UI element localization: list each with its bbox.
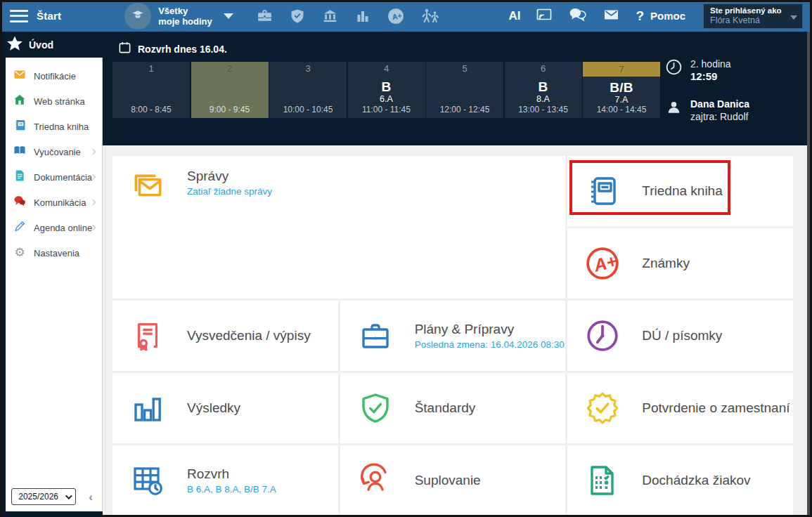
chevron-down-icon — [65, 492, 72, 499]
graduation-cap-icon — [131, 8, 145, 25]
tile-standards[interactable]: Štandardy — [340, 373, 566, 443]
timetable-grid-clock-icon — [129, 462, 166, 499]
svg-text:A+: A+ — [391, 11, 402, 20]
sidebar-item-website[interactable]: Web stránka — [6, 89, 102, 114]
lesson-cell-2-current[interactable]: 2 9:00 - 9:45 — [191, 62, 269, 118]
tile-results[interactable]: Výsledky — [112, 373, 338, 443]
user-name: Flóra Kvetná — [710, 15, 790, 25]
star-icon — [6, 35, 23, 55]
results-bars-icon[interactable] — [354, 8, 371, 25]
certificate-icon — [129, 318, 166, 354]
briefcase-icon — [357, 318, 394, 354]
messages-icon — [129, 169, 166, 205]
duty-teacher-status: Dana Danica zajtra: Rudolf — [665, 98, 812, 123]
tile-homework[interactable]: DÚ / písomky — [567, 301, 793, 371]
plans-last-change-link[interactable]: Posledná zmena: 16.04.2026 08:30 — [415, 339, 565, 350]
chevron-right-icon — [90, 149, 96, 155]
chat-bubbles-icon — [13, 195, 26, 210]
pen-icon — [13, 220, 26, 235]
help-button[interactable]: Pomoc — [650, 10, 685, 22]
chevron-down-icon[interactable] — [224, 13, 233, 19]
house-icon — [13, 93, 26, 109]
sidebar: Úvod Notifikácie Web stránka Triedna kni… — [0, 32, 103, 517]
current-lesson-status: 2. hodina 12:59 — [665, 58, 812, 83]
chevron-right-icon — [90, 199, 96, 205]
excursion-walkers-icon[interactable] — [420, 7, 440, 25]
tile-messages[interactable]: Správy Zatiaľ žiadne správy — [112, 156, 565, 299]
notebook-icon — [13, 119, 26, 134]
tile-grades[interactable]: A+ Známky — [567, 228, 793, 299]
duty-teacher-note: zajtra: Rudolf — [690, 110, 749, 123]
menu-icon[interactable] — [10, 10, 28, 22]
tile-attendance[interactable]: Dochádzka žiakov — [567, 445, 793, 516]
sidebar-item-teaching[interactable]: Vyučovanie — [6, 139, 102, 164]
lessons-filter-avatar[interactable] — [124, 3, 151, 30]
today-schedule-panel: Rozvrh dnes 16.04. 1 8:00 - 8:45 2 9:00 … — [103, 32, 812, 145]
seal-check-icon — [584, 390, 621, 426]
classbook-icon — [584, 173, 621, 209]
open-book-icon — [13, 144, 26, 159]
sidebar-item-documentation[interactable]: Dokumentácia — [6, 164, 102, 190]
tile-employment-confirmation[interactable]: Potvrdenie o zamestnaní — [567, 373, 793, 443]
chevron-down-icon — [790, 15, 797, 20]
current-time: 12:59 — [690, 70, 731, 83]
agenda-briefcase-icon[interactable] — [256, 7, 273, 25]
lesson-cell-5[interactable]: 5 12:00 - 12:45 — [426, 62, 503, 118]
tile-certificates[interactable]: Vysvedčenia / výpisy — [112, 301, 338, 371]
shield-check-icon[interactable] — [289, 8, 306, 25]
shield-check-icon — [357, 390, 394, 426]
chat-bubbles-icon[interactable] — [568, 6, 587, 26]
sidebar-item-settings[interactable]: ⚙ Nastavenia — [6, 240, 102, 266]
tile-timetable[interactable]: Rozvrh B 6.A, B 8.A, B/B 7.A — [112, 445, 338, 516]
lesson-cell-3[interactable]: 3 10:00 - 10:45 — [269, 62, 347, 118]
ai-button[interactable]: AI — [508, 9, 520, 23]
lessons-filter-dropdown[interactable]: Všetky moje hodiny — [158, 6, 212, 27]
schedule-title: Rozvrh dnes 16.04. — [138, 44, 227, 55]
envelope-icon — [13, 68, 26, 84]
document-icon — [13, 169, 26, 185]
lesson-cell-6[interactable]: 6 B 8.A 13:00 - 13:45 — [505, 62, 582, 118]
cast-screen-icon[interactable] — [535, 6, 553, 26]
calendar-icon — [118, 41, 131, 57]
tile-plans[interactable]: Plány & Prípravy Posledná zmena: 16.04.2… — [340, 301, 566, 371]
top-bar: Štart Všetky moje hodiny A+ AI — [0, 0, 812, 32]
duty-teacher-name: Dana Danica — [690, 98, 749, 110]
logged-in-user-dropdown[interactable]: Ste prihlásený ako Flóra Kvetná — [703, 4, 803, 29]
lesson-cell-4[interactable]: 4 B 6.A 11:00 - 11:45 — [348, 62, 425, 118]
sidebar-item-notifications[interactable]: Notifikácie — [6, 63, 102, 89]
sidebar-item-agenda-online[interactable]: Agenda online — [6, 215, 102, 240]
timetable-classes-link[interactable]: B 6.A, B 8.A, B/B 7.A — [187, 484, 276, 495]
start-button[interactable]: Štart — [37, 10, 61, 22]
messages-status-link[interactable]: Zatiaľ žiadne správy — [187, 186, 272, 197]
help-question-icon[interactable]: ? — [636, 8, 644, 24]
lesson-strip: 1 8:00 - 8:45 2 9:00 - 9:45 3 10:00 - 10… — [112, 62, 660, 118]
tile-classbook[interactable]: Triedna kniha — [567, 156, 793, 226]
grades-a-plus-icon: A+ — [584, 245, 621, 282]
school-year-select[interactable]: 2025/2026 — [11, 488, 76, 505]
bar-chart-icon — [129, 390, 166, 426]
dashboard: Správy Zatiaľ žiadne správy Triedna knih… — [103, 145, 812, 517]
tile-substitution[interactable]: Suplovanie — [340, 445, 566, 516]
sidebar-item-classbook[interactable]: Triedna kniha — [6, 114, 102, 139]
lesson-cell-7[interactable]: 7 B/B 7.A 14:00 - 14:45 — [583, 62, 660, 118]
grades-circle-icon[interactable]: A+ — [387, 7, 405, 25]
sidebar-item-communication[interactable]: Komunikácia — [6, 190, 102, 215]
person-refresh-icon — [357, 462, 394, 499]
logged-in-label: Ste prihlásený ako — [710, 6, 790, 15]
sidebar-collapse-button[interactable]: ‹ — [85, 489, 96, 506]
scrollbar[interactable] — [807, 32, 810, 515]
current-lesson-label: 2. hodina — [690, 58, 731, 70]
clock-icon — [584, 318, 621, 354]
attendance-checklist-icon — [584, 462, 621, 499]
mail-icon[interactable] — [602, 6, 621, 26]
lesson-cell-1[interactable]: 1 8:00 - 8:45 — [112, 62, 190, 118]
institution-icon[interactable] — [321, 7, 339, 25]
gear-icon: ⚙ — [13, 247, 26, 259]
person-icon — [665, 98, 683, 119]
sidebar-item-home[interactable]: Úvod — [0, 32, 103, 58]
clock-icon — [665, 58, 683, 79]
